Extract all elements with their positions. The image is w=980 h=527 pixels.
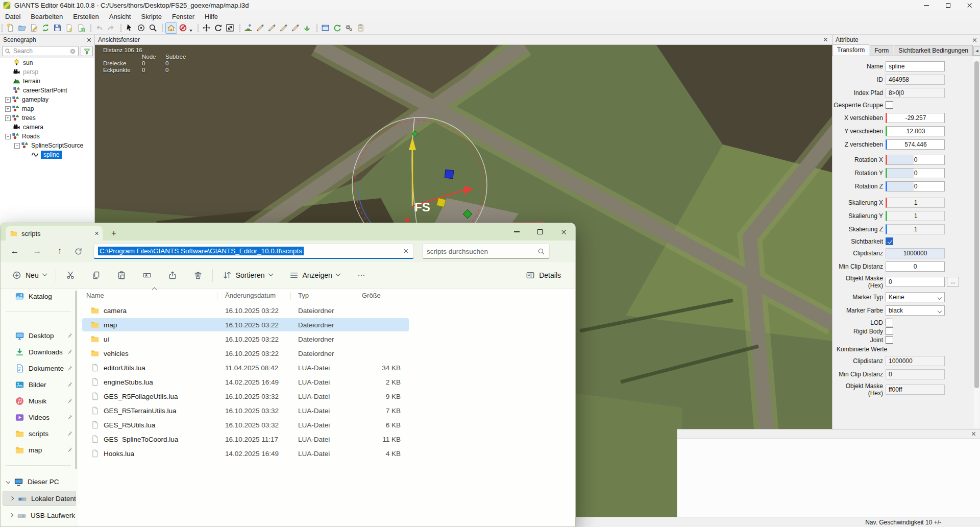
sidebar-item-desktop[interactable]: Desktop bbox=[3, 328, 76, 343]
editor-maximize-button[interactable] bbox=[937, 0, 959, 11]
editor-minimize-button[interactable] bbox=[916, 0, 937, 11]
column-header-typ[interactable]: Typ bbox=[298, 292, 309, 299]
scenegraph-item-careerStartPoint[interactable]: careerStartPoint bbox=[0, 86, 94, 95]
scenegraph-filter-button[interactable] bbox=[81, 46, 93, 56]
attr-field-objekt-maske-hex--more-button[interactable]: ... bbox=[947, 277, 959, 287]
clear-address-icon[interactable] bbox=[403, 248, 409, 254]
file-row-ui[interactable]: ui16.10.2025 03:22Dateiordner bbox=[82, 332, 409, 346]
view-button[interactable]: Anzeigen bbox=[285, 267, 344, 283]
attr-field-z-verschieben[interactable]: 574.446 bbox=[886, 139, 945, 150]
attr-field-joint-checkbox[interactable] bbox=[886, 336, 893, 344]
scenegraph-search-input[interactable]: Search bbox=[2, 46, 79, 56]
select-tool-icon[interactable] bbox=[124, 22, 135, 34]
attribute-close-icon[interactable] bbox=[972, 38, 977, 42]
search-box[interactable]: scripts durchsuchen bbox=[422, 244, 550, 259]
scenegraph-item-camera[interactable]: camera bbox=[0, 123, 94, 132]
sidebar-item-downloads[interactable]: Downloads bbox=[3, 344, 76, 360]
column-header-gr-e[interactable]: Größe bbox=[362, 292, 381, 299]
editor-close-button[interactable] bbox=[959, 0, 980, 11]
sidebar-item-katalog[interactable]: Katalog bbox=[3, 289, 76, 304]
terrain-brush-teal-icon[interactable] bbox=[278, 22, 289, 34]
rotate-tool-icon[interactable] bbox=[212, 22, 224, 34]
settings-icon[interactable] bbox=[343, 22, 355, 34]
column-header-name[interactable]: Name bbox=[86, 292, 104, 299]
add-object-icon[interactable] bbox=[75, 22, 87, 34]
attr-field-objekt-maske-hex-[interactable]: 0 bbox=[886, 277, 945, 287]
import-icon[interactable] bbox=[63, 22, 75, 34]
terrain-sculpt-icon[interactable] bbox=[242, 22, 254, 34]
file-row-vehicles[interactable]: vehicles16.10.2025 03:22Dateiordner bbox=[82, 347, 409, 360]
file-row-enginestubs-lua[interactable]: engineStubs.lua14.02.2025 16:49LUA-Datei… bbox=[82, 375, 409, 389]
address-bar[interactable]: C:\Program Files\GIANTS Software\GIANTS_… bbox=[93, 244, 414, 259]
scenegraph-item-trees[interactable]: +trees bbox=[0, 113, 94, 123]
new-file-icon[interactable] bbox=[5, 22, 16, 34]
render-window-icon[interactable] bbox=[320, 22, 331, 34]
menu-hilfe[interactable]: Hilfe bbox=[200, 12, 223, 21]
expand-icon[interactable]: + bbox=[5, 106, 11, 112]
sidebar-item-map[interactable]: map bbox=[3, 442, 76, 458]
sidebar-item-musik[interactable]: Musik bbox=[3, 393, 76, 409]
new-tab-button[interactable]: + bbox=[109, 228, 119, 238]
tab-sichtbarkeit-bedingungen[interactable]: Sichtbarkeit Bedingungen bbox=[894, 45, 973, 56]
scenegraph-close-icon[interactable] bbox=[87, 38, 91, 42]
copy-button[interactable] bbox=[87, 267, 105, 283]
sidebar-item-usb-laufwerk[interactable]: USB-Laufwerk bbox=[3, 508, 76, 523]
attr-field-rigid-body-checkbox[interactable] bbox=[886, 327, 893, 335]
new-button[interactable]: Neu bbox=[8, 267, 51, 283]
file-row-ges-r5terrainutils-lua[interactable]: GES_R5TerrainUtils.lua16.10.2025 03:32LU… bbox=[82, 404, 409, 417]
clear-search-icon[interactable] bbox=[69, 48, 76, 55]
menu-erstellen[interactable]: Erstellen bbox=[68, 12, 104, 21]
attr-field-marker-typ[interactable]: Keine bbox=[886, 292, 945, 302]
scenegraph-item-SplineScriptSource[interactable]: −SplineScriptSource bbox=[0, 141, 94, 150]
dropdown-caret-icon[interactable] bbox=[189, 30, 192, 32]
reload-scripts-icon[interactable] bbox=[331, 22, 343, 34]
scenegraph-item-persp[interactable]: persp bbox=[0, 67, 94, 77]
tab-scroll-left-icon[interactable]: ◀ bbox=[973, 46, 980, 56]
file-row-ges-r5utils-lua[interactable]: GES_R5Utils.lua16.10.2025 03:32LUA-Datei… bbox=[82, 418, 409, 432]
delete-button[interactable] bbox=[189, 267, 207, 283]
sidebar-item-usb-laufwerk-d[interactable]: USB-Laufwerk (D bbox=[3, 524, 76, 526]
redo-icon[interactable] bbox=[105, 22, 117, 34]
cut-button[interactable] bbox=[61, 267, 80, 283]
sidebar-item-lokaler-datent[interactable]: Lokaler Datent bbox=[3, 491, 76, 506]
expand-icon[interactable]: + bbox=[5, 115, 11, 121]
menu-datei[interactable]: Datei bbox=[0, 12, 26, 21]
refresh-icon[interactable] bbox=[70, 244, 86, 259]
back-icon[interactable]: ← bbox=[7, 244, 23, 259]
sidebar-item-scripts[interactable]: scripts bbox=[3, 426, 76, 441]
chevron-right-icon[interactable] bbox=[9, 513, 13, 517]
save-icon[interactable] bbox=[52, 22, 63, 34]
file-row-hooks-lua[interactable]: Hooks.lua14.02.2025 16:49LUA-Datei4 KB bbox=[82, 447, 409, 460]
sort-button[interactable]: Sortieren bbox=[218, 267, 277, 283]
home-tool-icon[interactable] bbox=[165, 22, 177, 34]
scenegraph-item-sun[interactable]: sun bbox=[0, 58, 94, 67]
explorer-close-button[interactable] bbox=[552, 223, 575, 241]
chevron-right-icon[interactable] bbox=[10, 496, 14, 500]
expand-icon[interactable]: + bbox=[5, 97, 11, 103]
scenegraph-item-gameplay[interactable]: +gameplay bbox=[0, 95, 94, 104]
scenegraph-item-spline[interactable]: spline bbox=[0, 150, 94, 159]
scenegraph-item-Roads[interactable]: −Roads bbox=[0, 132, 94, 141]
attr-field-name[interactable]: spline bbox=[886, 61, 945, 71]
sidebar-item-dokumente[interactable]: Dokumente bbox=[3, 361, 76, 376]
menu-fenster[interactable]: Fenster bbox=[167, 12, 200, 21]
forward-icon[interactable]: → bbox=[29, 244, 45, 259]
file-row-editorutils-lua[interactable]: editorUtils.lua11.04.2025 08:42LUA-Datei… bbox=[82, 361, 409, 374]
rename-button[interactable] bbox=[138, 267, 156, 283]
attribute-scrollbar[interactable] bbox=[973, 57, 979, 428]
details-button[interactable]: Details bbox=[521, 267, 565, 283]
attr-field-rotation-y[interactable]: 0 bbox=[886, 168, 945, 178]
sidebar-item-bilder[interactable]: Bilder bbox=[3, 377, 76, 392]
edit-script-icon[interactable] bbox=[28, 22, 40, 34]
hide-tool-icon[interactable] bbox=[177, 22, 189, 34]
foliage-brush-icon[interactable] bbox=[301, 22, 313, 34]
attr-field-y-verschieben[interactable]: 12.003 bbox=[886, 126, 945, 136]
tab-close-icon[interactable] bbox=[94, 231, 99, 235]
tab-transform[interactable]: Transform bbox=[832, 44, 869, 56]
column-header--nderungsdatum[interactable]: Änderungsdatum bbox=[225, 292, 276, 299]
collapse-icon[interactable]: − bbox=[5, 134, 11, 139]
file-row-ges-r5foliageutils-lua[interactable]: GES_R5FoliageUtils.lua16.10.2025 03:32LU… bbox=[82, 390, 409, 403]
open-file-icon[interactable] bbox=[16, 22, 28, 34]
collapse-icon[interactable]: − bbox=[14, 143, 20, 149]
attr-field-gesperrte-gruppe-checkbox[interactable] bbox=[886, 101, 893, 109]
